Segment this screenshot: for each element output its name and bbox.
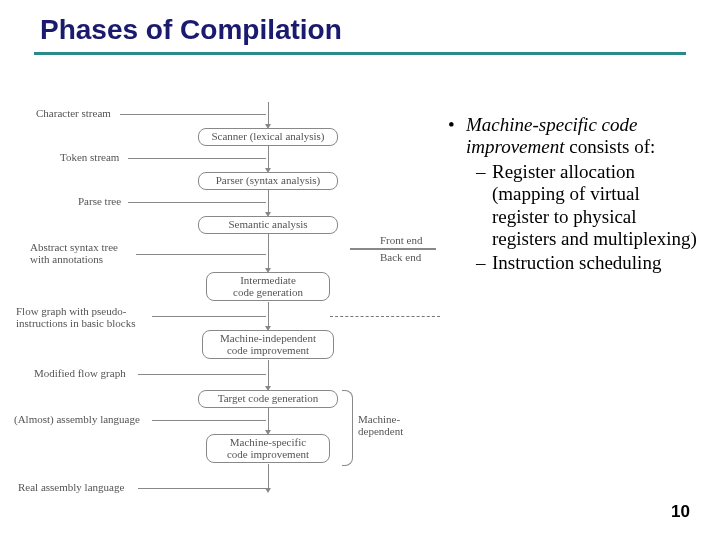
- content-area: Scanner (lexical analysis) Parser (synta…: [0, 84, 720, 540]
- stream-label-modflow: Modified flow graph: [34, 368, 126, 380]
- stream-label-token: Token stream: [60, 152, 119, 164]
- dash-icon: –: [476, 252, 492, 274]
- phase-box-scanner-label: Scanner (lexical analysis): [211, 130, 324, 142]
- title-underline: [34, 52, 686, 55]
- bullet-main: • Machine-specific code improvement cons…: [448, 114, 700, 159]
- phase-box-mi-improve-l1: Machine-independent: [220, 332, 316, 344]
- phase-box-ms-improve: Machine-specific code improvement: [206, 434, 330, 463]
- dash-icon: –: [476, 161, 492, 251]
- phase-box-target-label: Target code generation: [218, 392, 318, 404]
- stream-label-realasm: Real assembly language: [18, 482, 124, 494]
- phase-box-semantic-label: Semantic analysis: [228, 218, 307, 230]
- compilation-phases-diagram: Scanner (lexical analysis) Parser (synta…: [20, 102, 440, 502]
- back-end-label: Back end: [380, 252, 421, 264]
- stream-label-ast: Abstract syntax tree with annotations: [30, 242, 118, 265]
- stream-label-almost-asm: (Almost) assembly language: [14, 414, 140, 426]
- bullet-sub-2-text: Instruction scheduling: [492, 252, 661, 274]
- phase-box-intermediate-l2: code generation: [233, 286, 303, 298]
- page-number: 10: [671, 502, 690, 522]
- phase-box-parser: Parser (syntax analysis): [198, 172, 338, 190]
- bullet-list: • Machine-specific code improvement cons…: [448, 114, 700, 275]
- phase-box-scanner: Scanner (lexical analysis): [198, 128, 338, 146]
- bullet-main-tail: consists of:: [565, 136, 656, 157]
- slide-title: Phases of Compilation: [0, 0, 720, 50]
- stream-label-parsetree: Parse tree: [78, 196, 121, 208]
- front-end-label: Front end: [380, 235, 422, 247]
- phase-box-mi-improve-l2: code improvement: [227, 344, 309, 356]
- stream-label-char: Character stream: [36, 108, 111, 120]
- phase-box-intermediate-l1: Intermediate: [240, 274, 296, 286]
- phase-box-ms-improve-l2: code improvement: [227, 448, 309, 460]
- phase-box-semantic: Semantic analysis: [198, 216, 338, 234]
- stream-label-flowgraph: Flow graph with pseudo- instructions in …: [16, 306, 135, 329]
- phase-box-ms-improve-l1: Machine-specific: [230, 436, 306, 448]
- bullet-sub-2: – Instruction scheduling: [476, 252, 700, 274]
- phase-box-mi-improve: Machine-independent code improvement: [202, 330, 334, 359]
- phase-box-parser-label: Parser (syntax analysis): [216, 174, 320, 186]
- machine-dependent-label: Machine- dependent: [358, 414, 403, 437]
- phase-box-intermediate: Intermediate code generation: [206, 272, 330, 301]
- bullet-sub-1-text: Register allocation (mapping of virtual …: [492, 161, 700, 251]
- phase-box-target: Target code generation: [198, 390, 338, 408]
- bullet-dot-icon: •: [448, 114, 466, 159]
- bullet-sub-1: – Register allocation (mapping of virtua…: [476, 161, 700, 251]
